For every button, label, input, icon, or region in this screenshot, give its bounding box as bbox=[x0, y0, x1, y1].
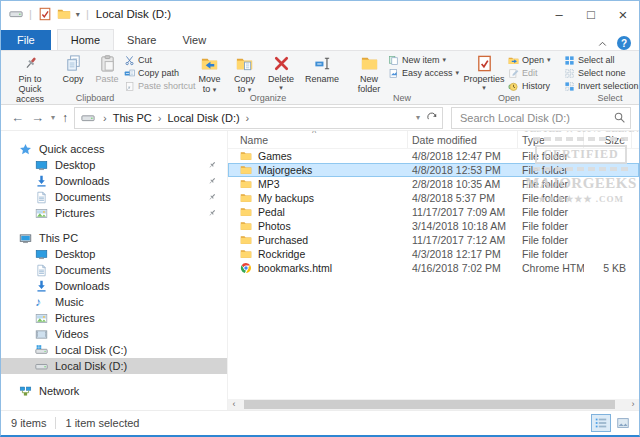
sidebar-item[interactable]: Documents bbox=[1, 262, 227, 278]
copy-path-button[interactable]: Copy path bbox=[124, 67, 186, 79]
search-icon[interactable] bbox=[613, 111, 626, 124]
file-type-icon bbox=[240, 178, 252, 190]
table-row[interactable]: Majorgeeks 4/8/2018 12:53 PM File folder bbox=[228, 163, 639, 177]
horizontal-scrollbar[interactable]: ‹ › bbox=[228, 399, 639, 410]
column-headers: Name ^ Date modified Type Size bbox=[228, 131, 639, 149]
select-all-icon bbox=[564, 55, 575, 66]
column-header-type[interactable]: Type bbox=[518, 131, 584, 148]
breadcrumb-item[interactable]: This PC bbox=[113, 112, 152, 124]
ribbon-group-clipboard: Pin to Quick access Copy Paste Cut bbox=[1, 51, 189, 104]
new-folder-button[interactable]: New folder bbox=[350, 53, 388, 93]
copy-to-button[interactable]: Copy to ▾ bbox=[227, 53, 262, 93]
history-button[interactable]: History bbox=[508, 80, 558, 92]
paste-shortcut-icon bbox=[124, 81, 135, 92]
selected-count: 1 item selected bbox=[65, 417, 139, 429]
table-row[interactable]: Rockridge 4/3/2018 12:17 PM File folder bbox=[228, 247, 639, 261]
back-button[interactable]: ← bbox=[11, 111, 24, 124]
table-row[interactable]: My backups 4/8/2018 5:37 PM File folder bbox=[228, 191, 639, 205]
invert-selection-button[interactable]: Invert selection bbox=[564, 80, 639, 92]
this-pc-list: Desktop Documents Downloads ♪ Mus bbox=[1, 246, 227, 374]
recent-locations-chevron-icon[interactable]: ▾ bbox=[51, 113, 55, 122]
pin-icon[interactable] bbox=[207, 160, 217, 170]
collapse-ribbon-button[interactable] bbox=[596, 37, 609, 50]
delete-button[interactable]: Delete ▾ bbox=[262, 53, 300, 93]
forward-button[interactable]: → bbox=[31, 111, 44, 124]
new-item-icon bbox=[388, 55, 399, 66]
rename-button[interactable]: Rename bbox=[300, 53, 344, 93]
open-icon bbox=[508, 55, 519, 66]
customize-qat-chevron-icon[interactable]: ▾ bbox=[76, 10, 80, 19]
file-type-icon bbox=[240, 164, 252, 176]
pin-icon[interactable] bbox=[207, 176, 217, 186]
column-header-name[interactable]: Name ^ bbox=[228, 131, 408, 148]
pin-icon[interactable] bbox=[207, 192, 217, 202]
table-row[interactable]: Games 4/8/2018 12:47 PM File folder bbox=[228, 149, 639, 163]
open-button[interactable]: Open ▾ bbox=[508, 54, 558, 66]
separator bbox=[55, 417, 56, 429]
sidebar-item-icon bbox=[35, 280, 48, 293]
move-to-button[interactable]: Move to ▾ bbox=[192, 53, 227, 93]
sidebar-item[interactable]: Videos bbox=[1, 326, 227, 342]
sidebar-item[interactable]: Local Disk (D:) bbox=[1, 358, 227, 374]
paste-button[interactable]: Paste bbox=[90, 53, 124, 93]
thumbnails-view-button[interactable] bbox=[613, 414, 633, 432]
sidebar-item[interactable]: ♪ Music bbox=[1, 294, 227, 310]
pin-to-quick-access-button[interactable]: Pin to Quick access bbox=[4, 53, 56, 93]
sidebar-item[interactable]: Desktop bbox=[1, 157, 227, 173]
maximize-button[interactable]: □ bbox=[575, 1, 607, 27]
search-input[interactable] bbox=[458, 111, 613, 125]
edit-button[interactable]: Edit bbox=[508, 67, 558, 79]
scroll-right-arrow[interactable]: › bbox=[627, 399, 639, 410]
table-row[interactable]: bookmarks.html 4/16/2018 7:02 PM Chrome … bbox=[228, 261, 639, 275]
scrollbar-track[interactable] bbox=[240, 399, 627, 410]
sidebar-item-this-pc[interactable]: This PC bbox=[1, 230, 227, 246]
file-type: File folder bbox=[518, 150, 584, 162]
sidebar-item[interactable]: Pictures bbox=[1, 310, 227, 326]
table-row[interactable]: Photos 3/14/2018 10:18 AM File folder bbox=[228, 219, 639, 233]
minimize-button[interactable]: – bbox=[543, 1, 575, 27]
paste-shortcut-button[interactable]: Paste shortcut bbox=[124, 80, 186, 92]
close-button[interactable]: × bbox=[607, 1, 639, 27]
delete-icon bbox=[272, 54, 291, 73]
table-row[interactable]: MP3 2/8/2018 10:35 AM File folder bbox=[228, 177, 639, 191]
tab-home[interactable]: Home bbox=[57, 29, 114, 50]
scrollbar-thumb[interactable] bbox=[244, 400, 616, 409]
breadcrumb-item[interactable]: Local Disk (D:) bbox=[167, 112, 239, 124]
details-view-button[interactable] bbox=[591, 414, 611, 432]
address-dropdown-chevron-icon[interactable]: ▾ bbox=[416, 113, 420, 122]
properties-qat-button[interactable] bbox=[38, 7, 52, 21]
tab-share[interactable]: Share bbox=[114, 30, 169, 50]
select-none-button[interactable]: Select none bbox=[564, 67, 639, 79]
tab-view[interactable]: View bbox=[169, 30, 219, 50]
sidebar-item-quick-access[interactable]: Quick access bbox=[1, 141, 227, 157]
quick-access-toolbar: | ▾ | bbox=[1, 7, 90, 21]
scroll-left-arrow[interactable]: ‹ bbox=[228, 399, 240, 410]
select-all-button[interactable]: Select all bbox=[564, 54, 639, 66]
help-button[interactable]: ? bbox=[617, 36, 631, 50]
copy-button[interactable]: Copy bbox=[56, 53, 90, 93]
file-type-icon bbox=[240, 248, 252, 260]
column-header-size[interactable]: Size bbox=[584, 131, 632, 148]
file-list-pane: Name ^ Date modified Type Size Games 4/8… bbox=[227, 131, 639, 410]
refresh-icon[interactable] bbox=[426, 112, 438, 124]
up-button[interactable]: ↑ bbox=[62, 112, 68, 124]
table-row[interactable]: Pedal 11/17/2017 7:09 AM File folder bbox=[228, 205, 639, 219]
pin-icon[interactable] bbox=[207, 208, 217, 218]
column-header-date-modified[interactable]: Date modified bbox=[408, 131, 518, 148]
new-item-button[interactable]: New item ▾ bbox=[388, 54, 454, 66]
sidebar-item[interactable]: Desktop bbox=[1, 246, 227, 262]
sidebar-item[interactable]: Downloads bbox=[1, 278, 227, 294]
table-row[interactable]: Purchased 11/17/2017 7:12 AM File folder bbox=[228, 233, 639, 247]
items-count: 9 items bbox=[11, 417, 46, 429]
tab-file[interactable]: File bbox=[1, 30, 51, 50]
easy-access-button[interactable]: Easy access ▾ bbox=[388, 67, 454, 79]
sidebar-item[interactable]: Local Disk (C:) bbox=[1, 342, 227, 358]
sidebar-item[interactable]: Documents bbox=[1, 189, 227, 205]
new-folder-qat-button[interactable] bbox=[57, 7, 71, 21]
address-box[interactable]: › This PC › Local Disk (D:) › ▾ bbox=[74, 107, 443, 129]
sidebar-item-network[interactable]: Network bbox=[1, 383, 227, 399]
sidebar-item[interactable]: Downloads bbox=[1, 173, 227, 189]
sidebar-item[interactable]: Pictures bbox=[1, 205, 227, 221]
properties-button[interactable]: Properties ▾ bbox=[460, 53, 508, 93]
cut-button[interactable]: Cut bbox=[124, 54, 186, 66]
